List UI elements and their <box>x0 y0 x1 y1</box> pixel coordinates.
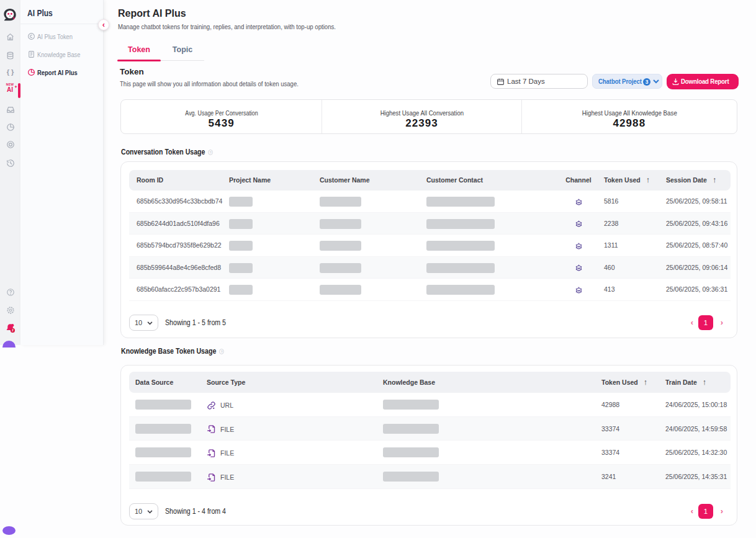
svg-text:2: 2 <box>12 329 14 332</box>
